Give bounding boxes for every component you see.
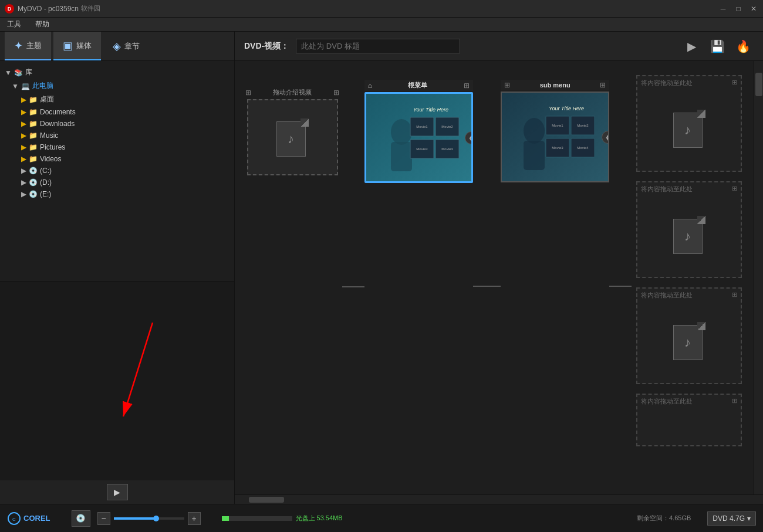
drive-d-label: (D:) [40,178,52,187]
slot1-grid: ⊞ [732,79,737,87]
slot4-grid: ⊞ [732,397,737,406]
menu-tool[interactable]: 工具 [5,18,23,31]
play-btn[interactable]: ▶ [107,484,128,500]
tree-item-drive-c[interactable]: ▶ 💿 (C:) [0,165,234,177]
sub-menu-grid-icon: ⊞ [600,81,606,89]
tree-item-documents[interactable]: ▶ 📁 Documents [0,106,234,118]
preview-area [0,282,234,480]
theme-label: 主题 [26,40,42,51]
theme-icon: ✦ [14,39,23,52]
content-area: ⊞ 拖动介绍视频 ⊞ ♪ [235,61,763,504]
zoom-plus-button[interactable]: + [188,512,201,525]
canvas-scroll-area: ⊞ 拖动介绍视频 ⊞ ♪ [235,61,763,494]
root-menu-container: ⌂ 根菜单 ⊞ [364,80,473,183]
folder-graphic: 📁 [29,120,38,128]
music-label: Music [40,131,58,140]
slot2-label: 将内容拖动至此处 [641,185,693,194]
menu-help[interactable]: 帮助 [33,18,52,31]
dvd-label: DVD-视频： [244,41,289,52]
slot4-label: 将内容拖动至此处 [641,397,693,406]
svg-text:Movie4: Movie4 [577,146,589,150]
library-icon: 📚 [14,69,23,77]
folder-icon: ▶ [21,143,26,151]
play-button[interactable]: ▶ [681,36,702,57]
svg-point-3 [391,119,412,145]
root-menu-bg: Your Title Here Movie1 Movie2 Movie3 [366,94,473,183]
player-controls: ▶ [0,480,234,504]
intro-drop-zone[interactable]: ♪ [247,99,338,175]
drive-icon: 💿 [29,178,38,187]
tree-item-library[interactable]: ▼ 📚 库 [0,66,234,79]
svg-text:Movie2: Movie2 [441,125,453,128]
window-controls: ─ □ ✕ [716,3,761,15]
svg-text:Movie1: Movie1 [416,125,428,128]
library-label: 库 [25,67,32,77]
placeholder-slot-1[interactable]: 将内容拖动至此处 ⊞ ♪ [636,75,742,172]
placeholder-slot-4[interactable]: 将内容拖动至此处 ⊞ [636,394,742,446]
chapter-label: 章节 [124,41,140,52]
close-button[interactable]: ✕ [747,3,761,15]
svg-rect-4 [391,142,412,171]
burn-button[interactable]: 🔥 [732,36,754,57]
dvd-type-label: DVD 4.7G [713,514,745,523]
zoom-area: − + [97,512,201,525]
tree-item-drive-d[interactable]: ▶ 💿 (D:) [0,177,234,188]
canvas-vertical-scrollbar[interactable] [754,61,763,494]
theme-button[interactable]: ✦ 主题 [5,32,51,60]
placeholder-slot-2[interactable]: 将内容拖动至此处 ⊞ ♪ [636,181,742,278]
expand-icon: ▼ [5,69,12,77]
folder-graphic: 📁 [29,143,38,151]
drive-c-label: (C:) [40,167,52,175]
root-menu-card[interactable]: Your Title Here Movie1 Movie2 Movie3 [364,92,473,183]
canvas-horizontal-scrollbar[interactable] [235,494,763,504]
maximize-button[interactable]: □ [731,3,745,15]
chapter-button[interactable]: ◈ 章节 [103,32,149,60]
zoom-slider[interactable] [114,517,184,520]
connector-3 [609,286,632,287]
chapter-icon: ◈ [113,40,121,53]
svg-text:Movie3: Movie3 [552,146,563,150]
videos-label: Videos [40,155,61,163]
menubar: 工具 帮助 [0,18,763,32]
slot3-label: 将内容拖动至此处 [641,291,693,300]
computer-icon: 💻 [21,82,30,90]
media-button[interactable]: ▣ 媒体 [53,32,101,60]
tree-item-computer[interactable]: ▼ 💻 此电脑 [0,79,234,93]
tree-item-drive-e[interactable]: ▶ 💿 (E:) [0,188,234,200]
tree-item-videos[interactable]: ▶ 📁 Videos [0,153,234,165]
sub-menu-card[interactable]: Your Title Here Movie1 Movie2 Movie3 Mov… [501,92,609,182]
dvd-title-input[interactable] [296,39,460,53]
drive-icon: 💿 [29,190,38,198]
vscroll-thumb[interactable] [755,73,762,96]
slot2-grid: ⊞ [732,185,737,194]
placeholder-slot-3[interactable]: 将内容拖动至此处 ⊞ ♪ [636,287,742,384]
intro-file-icon: ♪ [276,118,309,157]
watermark: 软件园 [81,4,100,13]
drive-e-label: (E:) [40,190,51,198]
tree-item-downloads[interactable]: ▶ 📁 Downloads [0,118,234,130]
folder-graphic: 📁 [29,96,38,104]
folder-icon: ▶ [21,155,26,163]
svg-rect-16 [524,141,545,170]
root-menu-label: 根菜单 [374,81,461,90]
save-button[interactable]: 💾 [707,36,728,57]
minimize-button[interactable]: ─ [716,3,730,15]
tree-item-desktop[interactable]: ▶ 📁 桌面 [0,93,234,106]
root-menu-thumb: Your Title Here Movie1 Movie2 Movie3 [366,94,471,181]
folder-graphic: 📁 [29,131,38,140]
disc-button[interactable]: 💿 [72,510,90,527]
zoom-minus-button[interactable]: − [97,512,110,525]
left-panel: ▼ 📚 库 ▼ 💻 此电脑 ▶ 📁 桌面 ▶ 📁 Documents [0,61,235,504]
right-toolbar: DVD-视频： ▶ 💾 🔥 [235,32,763,60]
intro-file-content: ♪ [276,124,306,154]
placeholder-column: 将内容拖动至此处 ⊞ ♪ 将内容拖动 [632,70,749,451]
tree-item-music[interactable]: ▶ 📁 Music [0,130,234,141]
corel-logo-icon: C [7,511,21,526]
hscroll-thumb[interactable] [249,497,284,503]
dvd-canvas: ⊞ 拖动介绍视频 ⊞ ♪ [235,61,754,494]
intro-slot: ⊞ 拖动介绍视频 ⊞ ♪ [245,88,339,175]
disc-usage-text: 光盘上 53.54MB [296,514,343,523]
tree-item-pictures[interactable]: ▶ 📁 Pictures [0,141,234,153]
corel-logo-text: COREL [23,514,50,523]
dvd-selector[interactable]: DVD 4.7G ▾ [707,511,756,526]
